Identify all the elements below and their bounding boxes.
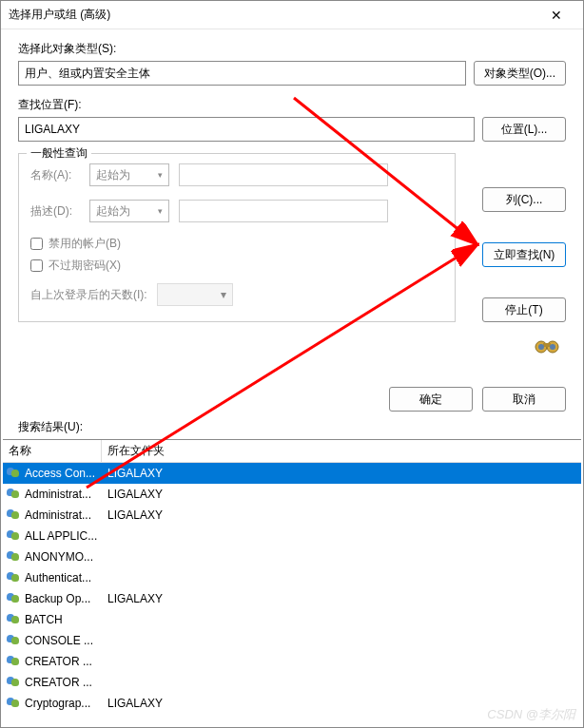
days-since-logon-label: 自上次登录后的天数(I): <box>30 287 147 303</box>
dialog-window: 选择用户或组 (高级) ✕ 选择此对象类型(S): 用户、组或内置安全主体 对象… <box>0 0 584 728</box>
results-body[interactable]: Access Con...LIGALAXYAdministrat...LIGAL… <box>3 463 581 710</box>
checkbox-icon[interactable] <box>30 259 43 272</box>
svg-point-4 <box>550 344 555 350</box>
item-name: CREATOR ... <box>25 655 92 668</box>
list-item[interactable]: Cryptograp...LIGALAXY <box>3 693 581 710</box>
group-icon <box>7 571 22 584</box>
item-folder: LIGALAXY <box>102 697 581 710</box>
close-icon[interactable]: ✕ <box>537 8 575 23</box>
item-folder: LIGALAXY <box>102 467 581 480</box>
list-item[interactable]: BATCH <box>3 609 581 630</box>
item-name: Access Con... <box>25 467 95 480</box>
group-icon <box>7 613 22 626</box>
nonexpiring-password-checkbox[interactable]: 不过期密码(X) <box>30 258 443 274</box>
list-item[interactable]: CREATOR ... <box>3 651 581 672</box>
item-folder: LIGALAXY <box>102 592 581 605</box>
name-mode-combo[interactable]: 起始为 ▾ <box>89 163 169 186</box>
results-header: 名称 所在文件夹 <box>3 440 581 463</box>
group-icon <box>7 529 22 543</box>
list-item[interactable]: Backup Op...LIGALAXY <box>3 588 581 609</box>
object-type-input[interactable]: 用户、组或内置安全主体 <box>18 61 466 86</box>
list-item[interactable]: CREATOR ... <box>3 672 581 693</box>
chevron-down-icon: ▾ <box>221 288 226 301</box>
item-name: ANONYMO... <box>25 550 93 564</box>
locations-button[interactable]: 位置(L)... <box>482 117 566 142</box>
svg-point-3 <box>538 344 544 350</box>
item-name: CONSOLE ... <box>25 634 93 647</box>
item-name: ALL APPLIC... <box>25 529 97 543</box>
item-name: BATCH <box>25 613 63 626</box>
group-icon <box>7 467 22 480</box>
group-icon <box>7 676 22 689</box>
group-icon <box>7 592 22 605</box>
window-title: 选择用户或组 (高级) <box>9 7 537 23</box>
desc-mode-combo[interactable]: 起始为 ▾ <box>89 200 169 222</box>
list-item[interactable]: CONSOLE ... <box>3 630 581 651</box>
group-icon <box>7 550 22 564</box>
columns-button[interactable]: 列(C)... <box>482 187 566 212</box>
item-name: CREATOR ... <box>25 676 92 689</box>
group-icon <box>7 697 22 710</box>
group-icon <box>7 488 22 501</box>
chevron-down-icon: ▾ <box>158 170 163 180</box>
stop-button[interactable]: 停止(T) <box>482 297 566 322</box>
column-header-name[interactable]: 名称 <box>3 440 102 462</box>
location-label: 查找位置(F): <box>18 97 566 113</box>
column-header-folder[interactable]: 所在文件夹 <box>102 440 581 462</box>
list-item[interactable]: Administrat...LIGALAXY <box>3 505 581 526</box>
dialog-buttons: 确定 取消 <box>1 379 583 419</box>
svg-rect-2 <box>543 343 551 347</box>
fieldset-legend: 一般性查询 <box>27 145 91 162</box>
disabled-accounts-checkbox[interactable]: 禁用的帐户(B) <box>30 236 443 252</box>
group-icon <box>7 634 22 647</box>
group-icon <box>7 508 22 522</box>
item-folder: LIGALAXY <box>102 508 581 522</box>
group-icon <box>7 655 22 668</box>
chevron-down-icon: ▾ <box>158 206 163 216</box>
list-item[interactable]: Authenticat... <box>3 567 581 588</box>
results-label: 搜索结果(U): <box>1 419 583 439</box>
binoculars-icon <box>534 334 560 360</box>
list-item[interactable]: Administrat...LIGALAXY <box>3 484 581 505</box>
object-types-button[interactable]: 对象类型(O)... <box>474 61 566 86</box>
ok-button[interactable]: 确定 <box>389 387 473 412</box>
days-combo[interactable]: ▾ <box>157 283 233 306</box>
list-item[interactable]: ANONYMO... <box>3 546 581 567</box>
results-list: 名称 所在文件夹 Access Con...LIGALAXYAdministra… <box>3 439 581 710</box>
titlebar: 选择用户或组 (高级) ✕ <box>1 1 583 29</box>
item-name: Authenticat... <box>25 571 91 584</box>
item-folder: LIGALAXY <box>102 488 581 501</box>
item-name: Administrat... <box>25 508 91 522</box>
desc-label: 描述(D): <box>30 203 80 220</box>
checkbox-icon[interactable] <box>30 238 43 250</box>
list-item[interactable]: ALL APPLIC... <box>3 526 581 546</box>
right-button-column: 列(C)... 立即查找(N) 停止(T) <box>482 187 566 322</box>
cancel-button[interactable]: 取消 <box>482 387 566 412</box>
desc-input[interactable] <box>179 200 388 222</box>
list-item[interactable]: Access Con...LIGALAXY <box>3 463 581 484</box>
item-name: Cryptograp... <box>25 697 90 710</box>
location-input[interactable]: LIGALAXY <box>18 117 475 142</box>
name-label: 名称(A): <box>30 167 80 183</box>
name-input[interactable] <box>179 163 388 186</box>
object-type-label: 选择此对象类型(S): <box>18 41 566 57</box>
common-queries-fieldset: 一般性查询 名称(A): 起始为 ▾ 描述(D): 起始为 ▾ <box>18 153 456 322</box>
item-name: Administrat... <box>25 488 91 501</box>
item-name: Backup Op... <box>25 592 90 605</box>
find-now-button[interactable]: 立即查找(N) <box>482 242 566 267</box>
